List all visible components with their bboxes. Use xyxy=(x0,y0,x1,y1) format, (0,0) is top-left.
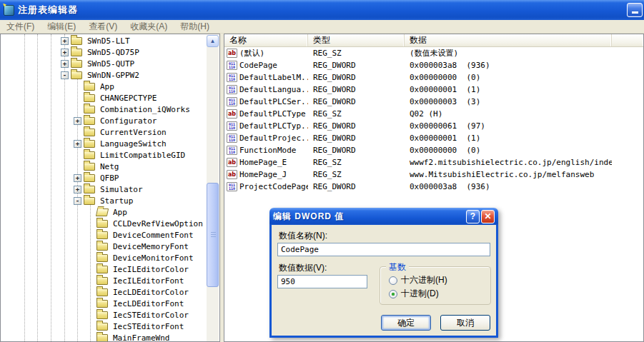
value-data-field[interactable] xyxy=(277,275,367,288)
tree-item[interactable]: CCLDevRefViewOption xyxy=(1,218,206,229)
tree-item-label[interactable]: Simulator xyxy=(98,185,145,194)
scrollbar-thumb[interactable] xyxy=(207,183,219,287)
radio-icon[interactable] xyxy=(389,290,397,298)
tree-item[interactable]: + Configurator xyxy=(1,115,206,126)
tree-toggle-icon[interactable]: + xyxy=(61,37,69,45)
registry-value-row[interactable]: HomePage_E REG_SZ wwwf2.mitsubishielectr… xyxy=(224,156,643,169)
registry-value-row[interactable]: CodePage REG_DWORD 0x000003a8 (936) xyxy=(224,59,643,71)
tree-toggle-icon[interactable]: + xyxy=(74,186,81,193)
tree-item-label[interactable]: Netg xyxy=(98,162,122,171)
registry-value-row[interactable]: ProjectCodePage REG_DWORD 0x000003a8 (93… xyxy=(224,181,643,193)
tree-item[interactable]: App xyxy=(1,206,206,218)
tree-toggle-icon[interactable] xyxy=(86,334,94,342)
tree-item[interactable]: App xyxy=(1,81,206,92)
registry-value-row[interactable]: DefaultProjec... REG_DWORD 0x00000001 (1… xyxy=(224,132,643,144)
ok-button[interactable]: 确定 xyxy=(381,315,431,331)
tree-item-label[interactable]: CurrentVersion xyxy=(98,128,169,137)
tree-toggle-icon[interactable]: + xyxy=(74,117,81,125)
menu-item[interactable]: 帮助(H) xyxy=(174,20,216,34)
tree-item[interactable]: CHANGEPCTYPE xyxy=(1,92,206,104)
tree-item[interactable]: - Startup xyxy=(1,195,206,206)
registry-value-row[interactable]: DefaultPLCSer... REG_DWORD 0x00000003 (3… xyxy=(224,96,643,108)
tree-item-label[interactable]: CHANGEPCTYPE xyxy=(98,94,159,103)
tree-item-label[interactable]: App xyxy=(98,82,117,91)
tree-toggle-icon[interactable] xyxy=(86,243,94,251)
tree-toggle-icon[interactable] xyxy=(86,277,94,285)
menu-item[interactable]: 查看(V) xyxy=(82,20,124,34)
tree-item[interactable]: DeviceMemoryFont xyxy=(1,241,206,252)
tree-item[interactable]: IecILEditorColor xyxy=(1,263,206,275)
tree-item[interactable]: IecSTEditorColor xyxy=(1,309,206,321)
tree-toggle-icon[interactable] xyxy=(86,311,94,319)
tree-toggle-icon[interactable]: + xyxy=(74,174,81,182)
help-icon[interactable]: ? xyxy=(466,210,480,223)
tree-toggle-icon[interactable] xyxy=(74,83,81,91)
tree-toggle-icon[interactable] xyxy=(86,220,94,228)
tree-item-label[interactable]: DeviceCommentFont xyxy=(111,231,196,240)
cancel-button[interactable]: 取消 xyxy=(440,315,490,331)
tree-item[interactable]: + QFBP xyxy=(1,172,206,183)
tree-item-label[interactable]: Configurator xyxy=(98,116,159,126)
tree-item-label[interactable]: IecLDEditorColor xyxy=(111,288,191,297)
tree-item[interactable]: - SWnDN-GPPW2 xyxy=(1,69,206,81)
tree-item-label[interactable]: LanguageSwitch xyxy=(98,139,169,149)
registry-value-row[interactable]: (默认) REG_SZ (数值未设置) xyxy=(224,47,643,59)
tree-item-label[interactable]: LimitCompatibleGID xyxy=(98,151,187,160)
tree-toggle-icon[interactable] xyxy=(74,151,81,159)
scroll-up-arrow-icon[interactable]: ▲ xyxy=(207,35,219,47)
tree-item-label[interactable]: Combination_iQWorks xyxy=(98,105,192,114)
registry-value-row[interactable]: DefaultLabelM... REG_DWORD 0x00000000 (0… xyxy=(224,71,643,84)
minimize-button[interactable] xyxy=(627,3,643,17)
tree-item[interactable]: IecSTEditorFont xyxy=(1,321,206,332)
tree-item-label[interactable]: SWnD5-QUTP xyxy=(85,59,137,69)
tree-item-label[interactable]: IecILEditorColor xyxy=(111,265,191,274)
tree-item[interactable]: LimitCompatibleGID xyxy=(1,149,206,161)
tree-item-label[interactable]: MainFrameWnd xyxy=(111,333,172,342)
tree-toggle-icon[interactable] xyxy=(86,254,94,262)
tree-toggle-icon[interactable] xyxy=(74,94,81,102)
tree-vertical-scrollbar[interactable]: ▲ xyxy=(207,35,219,341)
tree-item-label[interactable]: DeviceMonitorFont xyxy=(111,253,196,263)
registry-value-row[interactable]: DefaultPLCTyp... REG_DWORD 0x00000061 (9… xyxy=(224,120,643,132)
hexadecimal-radio[interactable]: 十六进制(H) xyxy=(389,274,447,286)
tree-toggle-icon[interactable] xyxy=(74,163,81,171)
tree-item-label[interactable]: QFBP xyxy=(98,173,122,183)
tree-item[interactable]: + LanguageSwitch xyxy=(1,138,206,149)
tree-item-label[interactable]: IecLDEditorFont xyxy=(111,299,186,308)
radio-icon[interactable] xyxy=(389,276,397,285)
tree-item-label[interactable]: SWnDN-GPPW2 xyxy=(85,71,142,80)
tree-toggle-icon[interactable] xyxy=(86,266,94,273)
tree-item[interactable]: DeviceCommentFont xyxy=(1,229,206,241)
tree-toggle-icon[interactable] xyxy=(74,129,81,136)
tree-toggle-icon[interactable] xyxy=(86,208,94,216)
tree-item[interactable]: IecLDEditorFont xyxy=(1,298,206,309)
tree-toggle-icon[interactable]: + xyxy=(61,49,69,56)
tree-item[interactable]: + SWnD5-QUTP xyxy=(1,58,206,69)
menu-item[interactable]: 收藏夹(A) xyxy=(124,20,174,34)
column-header-data[interactable]: 数据 xyxy=(405,34,612,46)
decimal-radio[interactable]: 十进制(D) xyxy=(389,288,439,300)
tree-toggle-icon[interactable]: - xyxy=(61,71,69,79)
tree-item[interactable]: MainFrameWnd xyxy=(1,332,206,342)
tree-item[interactable]: IecILEditorFont xyxy=(1,275,206,286)
tree-toggle-icon[interactable]: + xyxy=(61,60,69,68)
tree-item[interactable]: CurrentVersion xyxy=(1,126,206,138)
value-name-field[interactable] xyxy=(277,243,490,256)
registry-value-row[interactable]: HomePage_J REG_SZ www.MitsubishiElectric… xyxy=(224,169,643,181)
tree-toggle-icon[interactable] xyxy=(86,300,94,308)
tree-toggle-icon[interactable] xyxy=(86,231,94,239)
tree-item[interactable]: + Simulator xyxy=(1,183,206,195)
tree-item[interactable]: Combination_iQWorks xyxy=(1,104,206,115)
menu-item[interactable]: 文件(F) xyxy=(0,20,41,34)
tree-item-label[interactable]: IecSTEditorColor xyxy=(111,311,191,320)
close-icon[interactable]: ✕ xyxy=(481,210,495,223)
tree-toggle-icon[interactable] xyxy=(86,288,94,296)
tree-toggle-icon[interactable]: + xyxy=(74,140,81,148)
tree-item-label[interactable]: Startup xyxy=(98,196,135,206)
column-header-name[interactable]: 名称 xyxy=(224,34,308,46)
tree-item[interactable]: IecLDEditorColor xyxy=(1,286,206,298)
tree-item[interactable]: DeviceMonitorFont xyxy=(1,252,206,263)
menu-item[interactable]: 编辑(E) xyxy=(41,20,82,34)
registry-value-row[interactable]: FunctionMode REG_DWORD 0x00000000 (0) xyxy=(224,144,643,156)
tree-item-label[interactable]: SWnD5-LLT xyxy=(85,36,132,46)
